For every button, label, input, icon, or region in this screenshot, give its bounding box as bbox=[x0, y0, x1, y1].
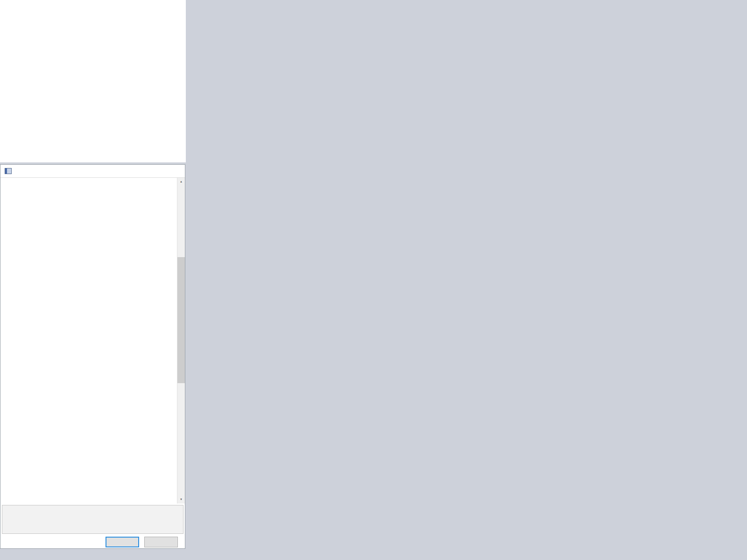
dialog-buttons bbox=[0, 534, 185, 547]
scrollbar[interactable]: ▲ ▼ bbox=[177, 178, 185, 504]
scroll-up-icon[interactable]: ▲ bbox=[177, 178, 185, 186]
exit-button[interactable] bbox=[144, 537, 178, 547]
property-description bbox=[2, 505, 183, 534]
parameters-dialog: ▲ ▼ bbox=[0, 164, 185, 549]
dialog-titlebar[interactable] bbox=[0, 165, 185, 177]
dialog-icon bbox=[5, 168, 12, 174]
scroll-down-icon[interactable]: ▼ bbox=[177, 496, 185, 504]
apply-button[interactable] bbox=[106, 537, 139, 547]
scroll-thumb[interactable] bbox=[177, 257, 185, 383]
fea-mesh-image bbox=[0, 0, 186, 162]
fea-preview bbox=[0, 0, 186, 162]
